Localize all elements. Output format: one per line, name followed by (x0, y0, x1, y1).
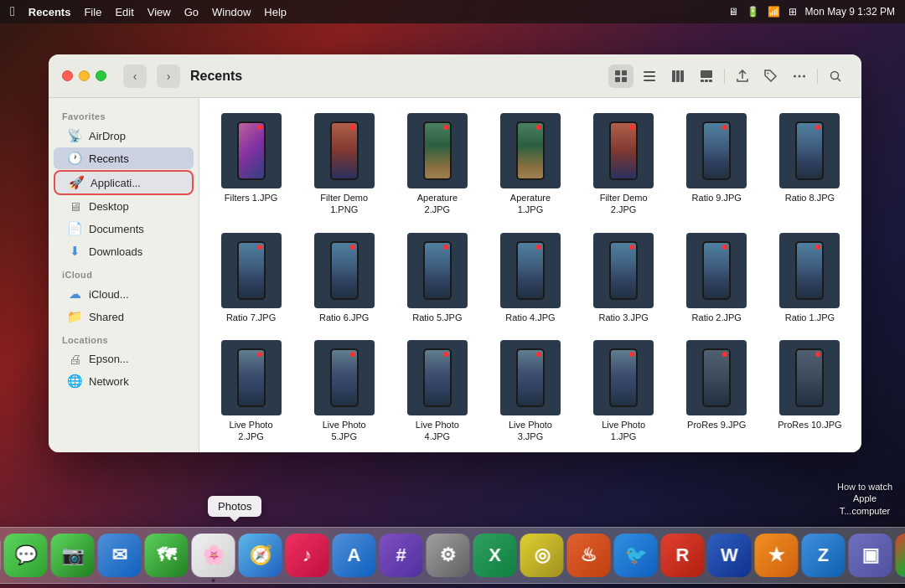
file-item[interactable]: Ratio 7.JPG (206, 228, 296, 328)
network-icon: 🌐 (67, 374, 82, 389)
maximize-button[interactable] (96, 70, 106, 81)
back-button[interactable]: ‹ (123, 64, 147, 88)
sidebar-desktop-label: Desktop (89, 200, 129, 213)
file-item[interactable]: Ratio 3.JPG (579, 228, 669, 328)
column-view-button[interactable] (665, 64, 690, 88)
file-item[interactable]: Live Photo 5.JPG (299, 335, 389, 448)
dock-icon-facetime[interactable]: 📷 (51, 534, 95, 577)
dock-icon-mail[interactable]: ✉ (98, 534, 142, 577)
file-item[interactable]: Filter Demo 2.JPG (579, 108, 669, 221)
file-item[interactable]: Live Photo 2.JPG (206, 335, 296, 448)
list-view-button[interactable] (637, 64, 662, 88)
dock-icon-chrome2[interactable]: ◎ (896, 534, 906, 577)
icloud-label: iCloud (49, 263, 199, 282)
minimize-button[interactable] (79, 70, 90, 81)
dock-icon-tweetbot[interactable]: 🐦 (614, 534, 658, 577)
svg-rect-5 (644, 75, 655, 77)
dock-icon-maps[interactable]: 🗺 (145, 534, 189, 577)
menubar-file[interactable]: File (84, 6, 101, 18)
controlcenter-icon[interactable]: ⊞ (789, 6, 797, 18)
documents-icon: 📄 (67, 221, 82, 236)
sidebar-downloads-label: Downloads (89, 245, 142, 258)
menubar-app-name[interactable]: Recents (28, 6, 71, 18)
monitor-icon: 🖥 (728, 6, 738, 18)
svg-point-16 (799, 75, 801, 77)
file-label: Filter Demo 1.PNG (311, 192, 378, 216)
dock-icon-reeder[interactable]: R (661, 534, 705, 577)
sidebar-item-icloud[interactable]: ☁ iCloud... (54, 283, 194, 305)
gallery-view-button[interactable] (694, 64, 719, 88)
sidebar-airdrop-label: AirDrop (89, 130, 126, 142)
sidebar-item-airdrop[interactable]: 📡 AirDrop (54, 125, 194, 147)
sidebar-item-documents[interactable]: 📄 Documents (54, 218, 194, 240)
dock-icon-messages[interactable]: 💬 (4, 534, 48, 577)
svg-rect-12 (705, 80, 708, 82)
dock-icon-taskheat[interactable]: ♨ (567, 534, 611, 577)
sidebar-item-network[interactable]: 🌐 Network (54, 370, 194, 392)
file-item[interactable]: Ratio 1.JPG (765, 228, 855, 328)
sidebar-item-downloads[interactable]: ⬇ Downloads (54, 240, 194, 262)
file-item[interactable]: Aperature 2.JPG (392, 108, 482, 221)
sidebar-shared-label: Shared (89, 311, 124, 323)
file-label: Ratio 8.JPG (785, 192, 835, 204)
menubar-window[interactable]: Window (212, 6, 251, 18)
share-button[interactable] (730, 64, 755, 88)
file-item[interactable]: ProRes 9.JPG (672, 335, 762, 448)
file-label: ProRes 10.JPG (778, 419, 841, 431)
more-options-button[interactable] (787, 64, 812, 88)
dock-icon-photos[interactable]: 🌸 (192, 534, 235, 577)
file-item[interactable]: Ratio 5.JPG (392, 228, 482, 328)
svg-point-18 (831, 71, 839, 79)
downloads-icon: ⬇ (67, 244, 82, 259)
dock-icon-launchpad[interactable]: ⚙ (0, 534, 1, 577)
sidebar-item-desktop[interactable]: 🖥 Desktop (54, 196, 194, 217)
file-item[interactable]: Ratio 8.JPG (765, 108, 855, 221)
file-item[interactable]: ProRes 10.JPG (765, 335, 855, 448)
icon-view-button[interactable] (608, 64, 634, 88)
file-item[interactable]: Filters 1.JPG (206, 108, 296, 221)
forward-button[interactable]: › (157, 64, 180, 88)
content-area[interactable]: Filters 1.JPGFilter Demo 1.PNGAperature … (199, 98, 861, 452)
dock-icon-appstore[interactable]: A (333, 534, 376, 577)
file-item[interactable]: Ratio 9.JPG (672, 108, 762, 221)
file-label: Ratio 1.JPG (785, 312, 835, 323)
close-button[interactable] (62, 70, 73, 81)
dock-icon-safari[interactable]: 🧭 (239, 534, 282, 577)
file-item[interactable]: Ratio 6.JPG (299, 228, 389, 328)
file-item[interactable]: Aperature 1.JPG (485, 108, 575, 221)
sidebar-epson-label: Epson... (89, 353, 129, 365)
file-item[interactable]: Live Photo 4.JPG (392, 335, 482, 448)
svg-line-19 (837, 78, 840, 81)
file-grid: Filters 1.JPGFilter Demo 1.PNGAperature … (206, 108, 855, 452)
menubar-help[interactable]: Help (264, 6, 287, 18)
sidebar-item-epson[interactable]: 🖨 Epson... (54, 348, 194, 369)
dock-icon-chrome[interactable]: ◎ (520, 534, 564, 577)
dock-icon-word[interactable]: W (708, 534, 752, 577)
sidebar-item-recents[interactable]: 🕐 Recents (54, 147, 194, 169)
epson-icon: 🖨 (67, 352, 82, 366)
icloud-icon: ☁ (67, 286, 82, 302)
dock-icon-screenium[interactable]: ▣ (849, 534, 892, 577)
tag-button[interactable] (758, 64, 783, 88)
apple-menu[interactable]:  (10, 4, 15, 19)
sidebar-item-applications[interactable]: 🚀 Applicati... (54, 170, 194, 195)
file-item[interactable]: Ratio 2.JPG (672, 228, 762, 328)
search-button[interactable] (823, 64, 848, 88)
menubar-edit[interactable]: Edit (115, 6, 133, 18)
file-label: Ratio 6.JPG (319, 312, 369, 323)
file-item[interactable]: Ratio 4.JPG (485, 228, 575, 328)
svg-rect-4 (644, 71, 655, 73)
file-item[interactable]: Live Photo 1.JPG (579, 335, 669, 448)
dock-icon-slack[interactable]: # (380, 534, 423, 577)
dock-icon-things[interactable]: ★ (755, 534, 799, 577)
dock-icon-excel[interactable]: X (473, 534, 517, 577)
sidebar-item-shared[interactable]: 📁 Shared (54, 306, 194, 328)
menubar-view[interactable]: View (147, 6, 171, 18)
dock-icon-music[interactable]: ♪ (286, 534, 329, 577)
file-item[interactable]: Live Photo 3.JPG (485, 335, 575, 448)
dock-icon-zoom[interactable]: Z (802, 534, 846, 577)
menubar-go[interactable]: Go (184, 6, 199, 18)
file-item[interactable]: Filter Demo 1.PNG (299, 108, 389, 221)
dock-icon-systemprefs[interactable]: ⚙ (427, 534, 470, 577)
favorites-label: Favorites (49, 105, 199, 124)
